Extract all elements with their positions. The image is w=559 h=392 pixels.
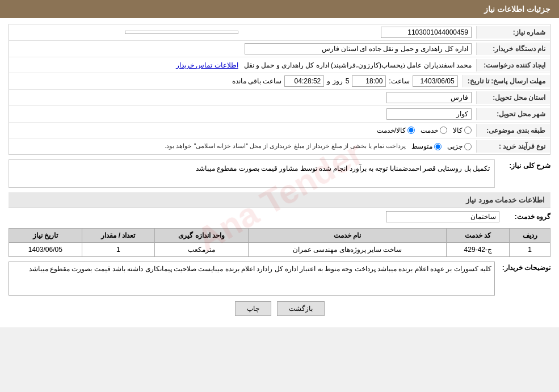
deadline-value: 1403/06/05 ساعت: 18:00 5 روز و 04:28:52 … — [9, 73, 463, 89]
deadline-time: 18:00 — [352, 75, 386, 87]
cell-quantity: 1 — [82, 243, 155, 257]
created-by-value: محمد اسفندیاران عامل ذیحساب(کارزون،فراشب… — [9, 59, 476, 71]
buyer-org-row: نام دستگاه خریدار: اداره کل راهداری و حم… — [9, 41, 550, 57]
created-by-text: محمد اسفندیاران عامل ذیحساب(کارزون،فراشب… — [244, 61, 472, 69]
deadline-label: مهلت ارسال پاسخ: تا تاریخ: — [463, 75, 550, 87]
contact-link[interactable]: اطلاعات تماس خریدار — [176, 61, 238, 69]
category-kala-label: کالا — [453, 127, 463, 134]
cell-date: 1403/06/05 — [9, 243, 82, 257]
table-header: ردیف کد خدمت نام خدمت واحد اندازه گیری ت… — [9, 229, 550, 243]
province-row: استان محل تحویل: فارس — [9, 90, 550, 106]
city-label: شهر محل تحویل: — [476, 108, 550, 120]
created-by-label: ایجاد کننده درخواست: — [476, 59, 550, 71]
category-kala-option: کالا — [453, 127, 472, 134]
col-date: تاریخ نیاز — [9, 229, 82, 243]
need-number-input[interactable]: 1103001044000459 — [381, 27, 472, 38]
category-kala-khedmat-label: کالا/خدمت — [377, 127, 406, 134]
services-table: ردیف کد خدمت نام خدمت واحد اندازه گیری ت… — [9, 228, 550, 257]
services-section: گروه خدمت: ساختمان ردیف کد خدمت نام خدمت… — [9, 208, 550, 257]
need-number-row: شماره نیاز: 1103001044000459 — [9, 24, 550, 41]
process-jozi-option: جزیی — [447, 142, 472, 150]
category-kala-khedmat-option: کالا/خدمت — [377, 127, 415, 134]
service-group-label: گروه خدمت: — [499, 213, 550, 221]
process-jozi-radio[interactable] — [464, 143, 472, 150]
remaining-time: 04:28:52 — [284, 75, 324, 87]
services-section-title: اطلاعات خدمات مورد نیاز — [9, 192, 550, 208]
cell-service-code: ج-42-429 — [447, 243, 510, 257]
buyer-org-label: نام دستگاه خریدار: — [476, 43, 550, 55]
need-number-value: 1103001044000459 — [243, 24, 477, 40]
process-label: نوع فرآیند خرید : — [476, 140, 550, 153]
announce-date-cell — [9, 28, 243, 36]
back-button[interactable]: بازگشت — [277, 301, 325, 316]
deadline-days-label: روز و — [327, 77, 342, 85]
process-motevaset-option: متوسط — [411, 142, 442, 150]
buyer-org-value: اداره کل راهداری و حمل و نقل جاده ای است… — [9, 41, 476, 57]
page-header: جزئیات اطلاعات نیاز — [0, 0, 559, 18]
process-value: جزیی متوسط پرداخت تمام یا بخشی از مبلغ خ… — [9, 140, 476, 153]
category-khedmat-radio[interactable] — [440, 127, 447, 134]
process-description: پرداخت تمام یا بخشی از مبلغ خریدار از مب… — [165, 142, 406, 150]
cell-unit: مترمکعب — [155, 243, 249, 257]
table-row: 1 ج-42-429 ساخت سایر پروژه‌های مهندسی عم… — [9, 243, 550, 257]
deadline-time-label: ساعت: — [389, 77, 409, 85]
buyer-notes-section: توضیحات خریدار: کلیه کسورات بر عهده اعلا… — [9, 262, 550, 296]
buyer-notes-text: کلیه کسورات بر عهده اعلام برنده میباشد پ… — [9, 262, 495, 296]
category-khedmat-option: خدمت — [421, 127, 447, 134]
process-row: نوع فرآیند خرید : جزیی متوسط — [9, 138, 550, 154]
col-quantity: تعداد / مقدار — [82, 229, 155, 243]
process-motevaset-radio[interactable] — [434, 143, 442, 150]
announce-date-value — [125, 31, 238, 34]
need-description-text: تکمیل پل روستایی قصر احمدضمنابا توجه به … — [9, 159, 495, 188]
col-service-code: کد خدمت — [447, 229, 510, 243]
city-row: شهر محل تحویل: کوار — [9, 106, 550, 123]
category-value: کالا خدمت کالا/خدمت — [9, 124, 476, 137]
deadline-row: مهلت ارسال پاسخ: تا تاریخ: 1403/06/05 سا… — [9, 73, 550, 90]
deadline-date: 1403/06/05 — [413, 75, 458, 87]
category-kala-khedmat-radio[interactable] — [407, 127, 415, 134]
table-body: 1 ج-42-429 ساخت سایر پروژه‌های مهندسی عم… — [9, 243, 550, 257]
print-button[interactable]: چاپ — [235, 301, 271, 316]
service-group-value: ساختمان — [386, 211, 499, 222]
buyer-org-input: اداره کل راهداری و حمل و نقل جاده ای است… — [245, 43, 472, 54]
col-row-num: ردیف — [510, 229, 550, 243]
process-jozi-label: جزیی — [447, 142, 463, 150]
buyer-notes-label: توضیحات خریدار: — [499, 262, 550, 272]
col-service-name: نام خدمت — [248, 229, 446, 243]
category-kala-radio[interactable] — [464, 127, 472, 134]
need-description-section: شرح کلی نیاز: تکمیل پل روستایی قصر احمدض… — [9, 159, 550, 188]
buttons-row: بازگشت چاپ — [9, 301, 550, 316]
remaining-label: ساعت باقی مانده — [232, 77, 282, 85]
category-label: طبقه بندی موضوعی: — [476, 124, 550, 137]
need-description-label: شرح کلی نیاز: — [499, 159, 550, 170]
category-row: طبقه بندی موضوعی: کالا خدمت — [9, 123, 550, 138]
created-by-row: ایجاد کننده درخواست: محمد اسفندیاران عام… — [9, 57, 550, 73]
city-value: کوار — [9, 106, 476, 122]
province-value: فارس — [9, 90, 476, 106]
province-label: استان محل تحویل: — [476, 91, 550, 104]
main-info-section: شماره نیاز: 1103001044000459 نام دستگاه … — [9, 24, 550, 155]
cell-row-num: 1 — [510, 243, 550, 257]
province-input: فارس — [386, 92, 472, 103]
page-title: جزئیات اطلاعات نیاز — [484, 5, 550, 14]
deadline-days: 5 — [346, 77, 350, 85]
service-group-row: گروه خدمت: ساختمان — [9, 208, 550, 225]
city-input: کوار — [386, 108, 472, 120]
category-khedmat-label: خدمت — [421, 127, 438, 134]
need-number-label: شماره نیاز: — [476, 26, 550, 39]
process-motevaset-label: متوسط — [411, 142, 432, 150]
cell-service-name: ساخت سایر پروژه‌های مهندسی عمران — [248, 243, 446, 257]
col-unit: واحد اندازه گیری — [155, 229, 249, 243]
